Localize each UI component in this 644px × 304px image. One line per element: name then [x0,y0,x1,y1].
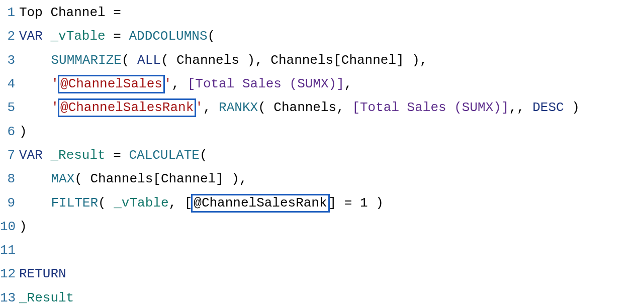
code-line[interactable]: FILTER( _vTable, [@ChannelSalesRank] = 1… [19,191,644,215]
token-string: @ChannelSalesRank [60,100,194,115]
line-number: 13 [0,286,19,304]
token-text: Top Channel [19,5,113,20]
token-function: MAX [51,171,74,186]
token-paren: ) [19,219,27,234]
token-function: CALCULATE [129,148,199,163]
line-number: 5 [0,96,19,120]
token-variable: _vTable [50,29,105,44]
code-line[interactable]: SUMMARIZE( ALL( Channels ), Channels[Cha… [19,49,644,72]
token-keyword: VAR [19,29,43,44]
token-variable: _Result [50,148,105,163]
token-operator: = [106,29,129,44]
token-table: Channels [273,100,336,115]
code-line[interactable]: _Result [19,286,644,304]
code-line[interactable]: RETURN [19,262,644,286]
code-line[interactable]: '@ChannelSales', [Total Sales (SUMX)], [19,72,644,96]
line-number: 10 [0,215,19,239]
line-number: 11 [0,239,19,262]
token-variable: _Result [19,290,74,304]
token-column: Channels[Channel] [90,171,223,186]
line-number: 12 [0,262,19,286]
highlight-box: @ChannelSales [58,75,165,93]
token-keyword: RETURN [19,266,66,281]
token-column-ref: @ChannelSalesRank [194,195,327,211]
line-number: 2 [0,25,19,48]
token-paren: ( [207,29,215,44]
code-line[interactable] [19,239,644,262]
token-variable: _vTable [114,195,168,211]
code-line[interactable]: '@ChannelSalesRank', RANKX( Channels, [T… [19,96,644,120]
line-number: 8 [0,167,19,191]
token-function: SUMMARIZE [51,53,121,68]
token-table: Channels [176,53,239,68]
line-number: 1 [0,1,19,25]
token-keyword: DESC [532,100,564,115]
code-line[interactable]: ) [19,215,644,239]
token-function: ADDCOLUMNS [129,29,207,44]
token-operator: = [113,5,121,20]
code-line[interactable]: MAX( Channels[Channel] ), [19,167,644,191]
token-keyword: VAR [19,148,43,163]
line-number: 4 [0,72,19,96]
line-number: 7 [0,144,19,167]
line-number: 6 [0,120,19,144]
highlight-box: @ChannelSalesRank [58,98,196,117]
token-measure: [Total Sales (SUMX)] [188,76,344,91]
token-column: Channels[Channel] [270,53,404,68]
code-line[interactable]: VAR _vTable = ADDCOLUMNS( [19,25,644,48]
highlight-box: @ChannelSalesRank [191,194,329,213]
token-keyword: ALL [137,53,161,68]
code-line[interactable]: Top Channel = [19,1,644,25]
token-function: RANKX [219,100,258,115]
token-paren: ( [200,148,208,163]
code-line[interactable]: VAR _Result = CALCULATE( [19,144,644,167]
token-measure: [Total Sales (SUMX)] [352,100,509,115]
token-string: @ChannelSales [60,76,162,91]
line-number: 9 [0,191,19,215]
token-paren: ) [19,124,27,139]
token-function: FILTER [51,195,98,211]
line-number: 3 [0,49,19,72]
code-line[interactable]: ) [19,120,644,144]
